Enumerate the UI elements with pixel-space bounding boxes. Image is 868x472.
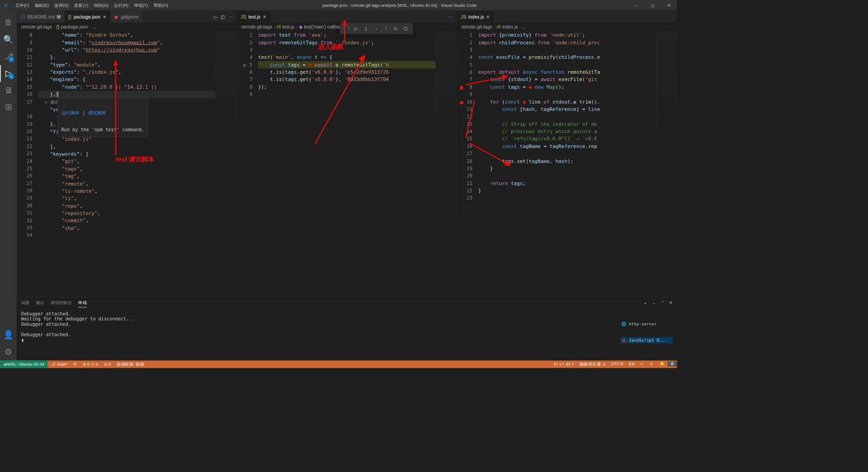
settings-gear-icon[interactable]: ⚙ xyxy=(0,343,17,360)
source-control-icon[interactable]: ⎇7 xyxy=(0,48,17,65)
menu-run[interactable]: 运行(R) xyxy=(111,2,131,8)
notifications-icon[interactable]: 🔔 xyxy=(656,361,667,366)
terminal-dropdown-icon[interactable]: ⌄ xyxy=(652,300,656,306)
ports-indicator[interactable]: ⊙ 0 xyxy=(101,360,113,368)
code-editor[interactable]: import {promisify} from 'node:util'; imp… xyxy=(478,31,656,297)
menu-file[interactable]: 文件(F) xyxy=(12,2,32,8)
code-editor[interactable]: import test from 'ava'; import remoteGit… xyxy=(258,31,435,297)
code-editor[interactable]: "name": "Sindre Sorhus", "email": "sindr… xyxy=(38,31,215,297)
debug-script-link[interactable]: 调试脚本 xyxy=(88,110,107,115)
line-numbers: 8910111213141516171819202122232425262728… xyxy=(17,31,38,297)
line-numbers: 1234▷ 56789 xyxy=(237,31,258,297)
debug-restart-icon[interactable]: ↻ xyxy=(392,24,400,33)
extensions-icon[interactable]: ⊞ xyxy=(0,99,17,115)
run-script-link[interactable]: 运行脚本 xyxy=(61,110,80,115)
debug-badge: 1 xyxy=(9,73,14,79)
cursor-position[interactable]: 行 17, 列 7 xyxy=(551,361,577,367)
debug-step-over-icon[interactable]: ⤵ xyxy=(362,24,371,33)
minimize-button[interactable]: ─ xyxy=(628,0,645,10)
debug-step-into-icon[interactable]: ↓ xyxy=(372,24,381,33)
close-tab-icon[interactable]: ✕ xyxy=(103,14,107,19)
remote-wsl-indicator[interactable]: ⇄ WSL: Ubuntu-20.04 xyxy=(0,360,48,368)
git-branch[interactable]: ⎇ main* xyxy=(48,360,71,368)
breakpoint-icon[interactable] xyxy=(460,101,463,105)
settings-icon[interactable]: ⚙ xyxy=(668,361,677,366)
editor-group-1: ⓘREADME.mdM {}package.json✕ ◆.gitignore … xyxy=(17,10,237,297)
explorer-icon[interactable]: 🗎 xyxy=(0,14,17,31)
sync-button[interactable]: ⟳ xyxy=(71,360,80,368)
maximize-button[interactable]: ◻ xyxy=(645,0,661,10)
tab-readme[interactable]: ⓘREADME.mdM xyxy=(17,10,64,23)
menu-help[interactable]: 帮助(H) xyxy=(151,2,171,8)
new-terminal-icon[interactable]: ＋ xyxy=(643,300,647,306)
line-numbers: 1234567891011121314151617181920212223 xyxy=(457,31,478,297)
terminal-item-http[interactable]: 🌐http-server xyxy=(620,321,673,327)
tab-size[interactable]: 制表符长度: 4 xyxy=(577,361,609,367)
terminal-output[interactable]: Debugger attached. Waiting for the debug… xyxy=(21,311,620,359)
tab-test-js[interactable]: JStest.js✕ xyxy=(237,10,270,23)
panel-tab-debug-console[interactable]: 调试控制台 xyxy=(51,300,72,307)
minimap[interactable] xyxy=(656,31,677,297)
terminal-list: 🌐http-server 🐞JavaScript D... xyxy=(620,311,673,359)
status-bar: ⇄ WSL: Ubuntu-20.04 ⎇ main* ⟳ ⊘ 0 ⚠ 0 ⊙ … xyxy=(0,360,677,368)
title-bar: ⧉ 文件(F) 编辑(E) 选择(S) 查看(V) 转到(G) 运行(R) 终端… xyxy=(0,0,677,10)
run-file-icon[interactable]: ▷ xyxy=(214,14,217,19)
close-panel-icon[interactable]: ✕ xyxy=(669,300,673,306)
menu-select[interactable]: 选择(S) xyxy=(52,2,71,8)
activity-bar: 🗎 🔍 ⎇7 ▷1 🖥 ⊞ 👤 ⚙ xyxy=(0,10,17,360)
debug-step-out-icon[interactable]: ↑ xyxy=(382,24,391,33)
editor-group-2: ⋮⋮ ▷ ⤵ ↓ ↑ ↻ ⬡ JStest.js✕ ⋯ remote-git-t… xyxy=(237,10,457,297)
debug-toolbar: ⋮⋮ ▷ ⤵ ↓ ↑ ↻ ⬡ xyxy=(340,23,413,34)
more-actions-icon[interactable]: ⋯ xyxy=(448,14,453,19)
minimap[interactable] xyxy=(435,31,457,297)
panel-tab-problems[interactable]: 问题 xyxy=(21,300,30,307)
minimap[interactable] xyxy=(216,31,237,297)
menu-edit[interactable]: 编辑(E) xyxy=(32,2,52,8)
js-icon: JS xyxy=(241,14,246,19)
vscode-logo: ⧉ xyxy=(0,3,12,8)
js-icon: JS xyxy=(461,14,467,19)
bug-icon: 🐞 xyxy=(621,338,627,343)
window-title: package.json - remote-git-tags-analysis … xyxy=(171,3,628,8)
globe-icon: 🌐 xyxy=(621,322,627,327)
search-icon[interactable]: 🔍 xyxy=(0,31,17,48)
maximize-panel-icon[interactable]: ⌃ xyxy=(661,300,665,306)
feedback-icon[interactable]: ☺ xyxy=(646,361,656,366)
prettier-icon[interactable]: ✓ xyxy=(637,361,646,366)
editor-group-3: JSindex.js✕ remote-git-tags› JS index.js… xyxy=(457,10,677,297)
run-debug-icon[interactable]: ▷1 xyxy=(0,65,17,82)
tab-gitignore[interactable]: ◆.gitignore xyxy=(110,10,142,23)
codelens-debug[interactable]: ▷ 调试 xyxy=(38,100,59,105)
encoding[interactable]: UTF-8 xyxy=(609,361,626,366)
debug-disconnect-icon[interactable]: ⬡ xyxy=(401,24,410,33)
split-editor-icon[interactable]: ◫ xyxy=(221,14,225,19)
auto-attach[interactable]: 自动附加: 智能 xyxy=(114,360,147,368)
remote-explorer-icon[interactable]: 🖥 xyxy=(0,82,17,99)
codelens-hover: 运行脚本 | 调试脚本 Run by the 'npm test' comman… xyxy=(57,98,148,137)
breakpoint-icon[interactable] xyxy=(460,86,463,90)
breadcrumb[interactable]: remote-git-tags› {}package.json› ... xyxy=(17,23,236,31)
terminal-item-js-debug[interactable]: 🐞JavaScript D... xyxy=(620,337,673,343)
debug-drag-handle[interactable]: ⋮⋮ xyxy=(342,24,351,33)
menu-terminal[interactable]: 终端(T) xyxy=(131,2,151,8)
breadcrumb[interactable]: remote-git-tags› JS index.js› ... xyxy=(457,23,677,31)
close-tab-icon[interactable]: ✕ xyxy=(263,14,267,19)
debug-continue-icon[interactable]: ▷ xyxy=(352,24,361,33)
language-mode[interactable]: EN xyxy=(626,361,637,366)
info-icon: ⓘ xyxy=(20,14,25,20)
panel-tab-terminal[interactable]: 终端 xyxy=(78,300,87,307)
more-actions-icon[interactable]: ⋯ xyxy=(228,14,233,19)
account-icon[interactable]: 👤 xyxy=(0,327,17,343)
close-tab-icon[interactable]: ✕ xyxy=(486,14,490,19)
close-window-button[interactable]: ✕ xyxy=(661,0,677,10)
panel-tab-output[interactable]: 输出 xyxy=(36,300,45,307)
terminal-panel: 问题 输出 调试控制台 终端 ＋ ⌄ ⌃ ✕ Debugger attached… xyxy=(17,297,677,360)
problems-indicator[interactable]: ⊘ 0 ⚠ 0 xyxy=(80,360,101,368)
git-icon: ◆ xyxy=(114,14,118,19)
tab-index-js[interactable]: JSindex.js✕ xyxy=(457,10,494,23)
menu-go[interactable]: 转到(G) xyxy=(91,2,111,8)
menu-bar: 文件(F) 编辑(E) 选择(S) 查看(V) 转到(G) 运行(R) 终端(T… xyxy=(12,2,170,8)
json-icon: {} xyxy=(68,14,71,19)
tab-package-json[interactable]: {}package.json✕ xyxy=(65,10,110,23)
menu-view[interactable]: 查看(V) xyxy=(71,2,91,8)
